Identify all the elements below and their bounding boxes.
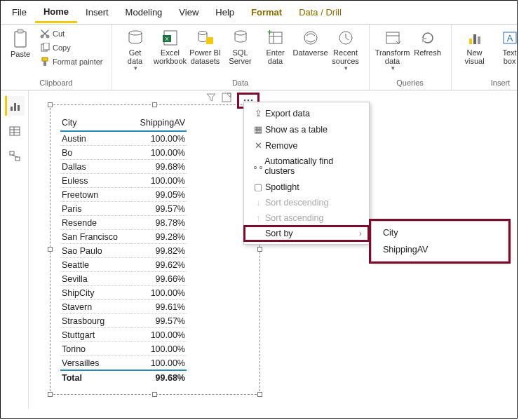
resize-handle[interactable] [257, 392, 262, 397]
menu-view[interactable]: View [170, 3, 207, 22]
menu-remove[interactable]: ✕Remove [244, 137, 369, 154]
cell-city: Stuttgart [60, 328, 130, 342]
resize-handle[interactable] [257, 247, 262, 252]
table-row[interactable]: Stavern99.61% [60, 300, 187, 314]
sql-icon [231, 29, 250, 47]
menu-file[interactable]: File [4, 3, 35, 22]
enter-data-icon: + [267, 29, 285, 47]
svg-text:A: A [506, 33, 513, 43]
menu-auto-clusters[interactable]: ∘∘Automatically find clusters [244, 154, 369, 179]
menu-format[interactable]: Format [243, 3, 290, 22]
table-row[interactable]: Paris99.57% [60, 202, 187, 216]
dataverse-button[interactable]: Dataverse [293, 27, 328, 58]
table-row[interactable]: Versailles100.00% [60, 356, 187, 371]
col-header-shippingav[interactable]: ShippingAV [130, 115, 187, 131]
cell-city: Torino [60, 342, 130, 356]
table-row[interactable]: Torino100.00% [60, 342, 187, 356]
spotlight-icon: ▢ [251, 182, 265, 192]
remove-icon: ✕ [251, 140, 265, 151]
sql-server-button[interactable]: SQL Server [223, 27, 258, 67]
table-visual[interactable]: City ShippingAV Austin100.00%Bo100.00%Da… [50, 104, 260, 395]
menu-sort-descending: ↓Sort descending [244, 195, 369, 210]
cell-city: Strasbourg [60, 314, 130, 328]
report-view-button[interactable] [5, 96, 25, 116]
powerbi-datasets-button[interactable]: Power BI datasets [188, 27, 223, 67]
cell-city: Seattle [60, 258, 130, 272]
model-view-button[interactable] [5, 147, 25, 166]
resize-handle[interactable] [48, 247, 53, 252]
paste-button[interactable]: Paste [7, 27, 34, 60]
report-canvas[interactable]: City ShippingAV Austin100.00%Bo100.00%Da… [29, 90, 517, 409]
svg-point-14 [235, 31, 246, 35]
resize-handle[interactable] [48, 392, 53, 397]
data-table: City ShippingAV Austin100.00%Bo100.00%Da… [60, 115, 187, 384]
menu-sort-by[interactable]: Sort by› [244, 226, 369, 241]
cell-value: 99.68% [130, 160, 187, 174]
table-row[interactable]: Bo100.00% [60, 146, 187, 160]
table-icon: ▦ [251, 124, 265, 135]
excel-workbook-button[interactable]: XExcel workbook [153, 27, 188, 67]
data-view-button[interactable] [5, 121, 25, 141]
resize-handle[interactable] [48, 102, 53, 107]
table-row[interactable]: San Francisco99.28% [60, 230, 187, 244]
table-row[interactable]: Austin100.00% [60, 131, 187, 146]
cell-city: Stavern [60, 300, 130, 314]
recent-sources-button[interactable]: Recent sources▾ [328, 27, 363, 74]
table-row[interactable]: Sevilla99.66% [60, 272, 187, 286]
filter-icon[interactable] [206, 93, 216, 109]
group-label: Clipboard [6, 79, 106, 88]
menu-data-drill[interactable]: Data / Drill [290, 3, 350, 22]
cell-value: 99.05% [130, 188, 187, 202]
refresh-button[interactable]: Refresh [410, 27, 445, 58]
get-data-button[interactable]: Get data▾ [118, 27, 153, 74]
transform-data-button[interactable]: Transform data▾ [375, 27, 410, 74]
ribbon-group-insert: New visual AText box M vis Insert [452, 25, 518, 90]
menu-spotlight[interactable]: ▢Spotlight [244, 179, 369, 195]
svg-point-40 [244, 100, 246, 102]
sort-by-shippingav[interactable]: ShippingAV [372, 241, 508, 258]
table-row[interactable]: Stuttgart100.00% [60, 328, 187, 342]
focus-mode-icon[interactable] [222, 93, 231, 109]
sort-by-city[interactable]: City [372, 224, 508, 241]
menu-home[interactable]: Home [35, 2, 77, 23]
format-painter-button[interactable]: Format painter [37, 55, 106, 68]
dataverse-icon [302, 29, 320, 47]
table-row[interactable]: ShipCity100.00% [60, 286, 187, 300]
ribbon-group-clipboard: Paste Cut Copy Format painter Clipboard [1, 25, 112, 90]
table-row[interactable]: Dallas99.68% [60, 160, 187, 174]
refresh-icon [419, 29, 437, 47]
col-header-city[interactable]: City [60, 115, 130, 131]
enter-data-button[interactable]: +Enter data [258, 27, 293, 67]
table-row[interactable]: Sao Paulo99.82% [60, 244, 187, 258]
menu-export-data[interactable]: ⇪Export data [244, 105, 369, 121]
svg-point-41 [248, 100, 250, 102]
cell-value: 100.00% [130, 356, 187, 371]
menu-insert[interactable]: Insert [77, 3, 117, 22]
menu-show-as-table[interactable]: ▦Show as a table [244, 121, 369, 137]
cell-city: Freetown [60, 188, 130, 202]
text-box-button[interactable]: AText box [492, 27, 518, 67]
new-visual-button[interactable]: New visual [457, 27, 492, 67]
resize-handle[interactable] [152, 392, 157, 397]
table-row[interactable]: Resende98.78% [60, 216, 187, 230]
table-row[interactable]: Freetown99.05% [60, 188, 187, 202]
menu-help[interactable]: Help [207, 3, 243, 22]
table-row[interactable]: Seattle99.62% [60, 258, 187, 272]
svg-rect-37 [15, 157, 20, 161]
cell-value: 99.66% [130, 272, 187, 286]
cell-value: 99.57% [130, 314, 187, 328]
cell-city: Bo [60, 146, 130, 160]
table-row[interactable]: Strasbourg99.57% [60, 314, 187, 328]
svg-rect-13 [206, 37, 213, 44]
chevron-right-icon: › [359, 229, 362, 238]
svg-rect-0 [15, 32, 26, 47]
menu-modeling[interactable]: Modeling [117, 3, 171, 22]
database-icon [126, 29, 144, 47]
cell-city: Sevilla [60, 272, 130, 286]
copy-button[interactable]: Copy [37, 41, 106, 54]
cut-button[interactable]: Cut [37, 27, 106, 40]
resize-handle[interactable] [152, 102, 157, 107]
sort-by-submenu: City ShippingAV [371, 221, 508, 262]
cell-value: 99.61% [130, 300, 187, 314]
table-row[interactable]: Euless100.00% [60, 174, 187, 188]
